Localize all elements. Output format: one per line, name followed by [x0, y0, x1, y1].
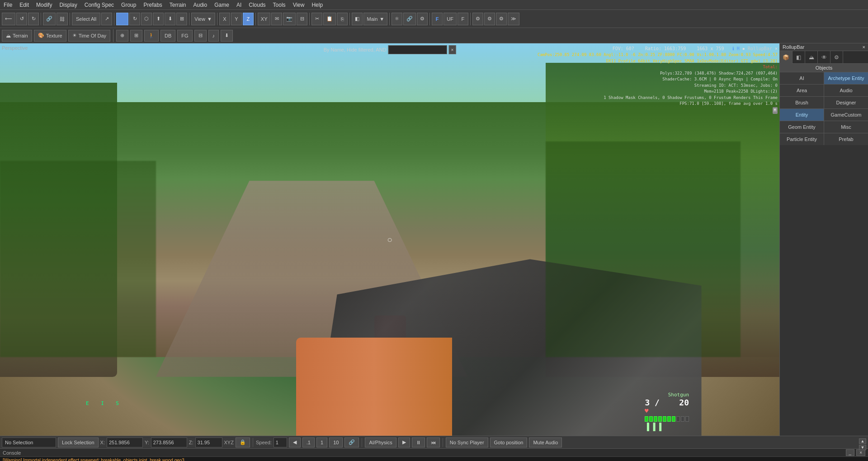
- view-dropdown[interactable]: View ▼: [191, 13, 215, 25]
- x-input[interactable]: [107, 437, 143, 447]
- menu-ai[interactable]: AI: [233, 1, 245, 9]
- upload-btn[interactable]: ⬆: [153, 13, 164, 25]
- speed-input[interactable]: [274, 437, 287, 447]
- select-tool-btn[interactable]: ⊞: [130, 30, 142, 42]
- rptab-display[interactable]: 👁: [818, 51, 830, 64]
- paste-btn[interactable]: 📋: [323, 13, 336, 25]
- ai-physics-btn[interactable]: AI/Physics: [365, 437, 396, 447]
- physics-btn[interactable]: ⚛: [392, 13, 402, 25]
- no-sync-btn[interactable]: No Sync Player: [446, 437, 488, 447]
- obj-btn-audio[interactable]: Audio: [824, 85, 868, 96]
- console-close-btn[interactable]: ×: [856, 449, 865, 456]
- obj-btn-brush[interactable]: Brush: [780, 97, 824, 108]
- mute-audio-btn[interactable]: Mute Audio: [529, 437, 562, 447]
- settings-btn[interactable]: ⚙: [472, 13, 483, 25]
- pause-btn[interactable]: ⏸: [412, 437, 425, 447]
- search-clear-btn[interactable]: ×: [448, 45, 456, 54]
- copy-btn[interactable]: ⎘: [337, 13, 348, 25]
- db-btn[interactable]: DB: [160, 30, 175, 42]
- rptab-terrain[interactable]: ⛰: [805, 51, 818, 64]
- fg-btn[interactable]: FG: [177, 30, 192, 42]
- terrain-btn[interactable]: ⛰ Terrain: [2, 30, 32, 42]
- rollupbar-btn[interactable]: RollupBar: [748, 46, 772, 51]
- menu-modify[interactable]: Modify: [33, 1, 56, 9]
- rptab-layers[interactable]: ◧: [793, 51, 805, 64]
- menu-config-spec[interactable]: Config Spec: [81, 1, 118, 9]
- obj-btn-area[interactable]: Area: [780, 85, 824, 96]
- select-all-button[interactable]: Select All: [72, 13, 100, 25]
- menu-help[interactable]: Help: [308, 1, 326, 9]
- step3-btn[interactable]: 10: [329, 437, 343, 447]
- grid2-btn[interactable]: ⊟: [194, 30, 207, 42]
- link-btn[interactable]: 🔗: [43, 13, 56, 25]
- y-input[interactable]: [151, 437, 187, 447]
- goto-btn[interactable]: Goto position: [490, 437, 528, 447]
- z-input[interactable]: [195, 437, 222, 447]
- rollupbar-close[interactable]: ×: [863, 44, 865, 50]
- new-btn[interactable]: ⟵: [2, 13, 15, 25]
- stop-btn[interactable]: ⏮: [427, 437, 440, 447]
- link2-btn[interactable]: ⛓: [57, 13, 68, 25]
- time-of-day-btn[interactable]: ☀ Time Of Day: [68, 30, 110, 42]
- font-btn[interactable]: F: [432, 13, 443, 25]
- obj-btn-prefab[interactable]: Prefab: [824, 133, 868, 145]
- console-minimize-btn[interactable]: _: [846, 449, 855, 456]
- obj-btn-geom-entity[interactable]: Geom Entity: [780, 121, 824, 133]
- search-input[interactable]: [388, 45, 447, 54]
- arrow-btn[interactable]: ↗: [101, 13, 112, 25]
- y-coord-btn[interactable]: Y: [231, 13, 242, 25]
- menu-tools[interactable]: Tools: [269, 1, 289, 9]
- menu-game[interactable]: Game: [211, 1, 233, 9]
- menu-edit[interactable]: Edit: [16, 1, 33, 9]
- menu-terrain[interactable]: Terrain: [166, 1, 190, 9]
- play-btn[interactable]: ▶: [398, 437, 410, 447]
- texture-btn[interactable]: 🎨 Texture: [34, 30, 66, 42]
- collapse-btn[interactable]: ×: [775, 46, 778, 51]
- step2-btn[interactable]: 1: [316, 437, 327, 447]
- z-coord-btn[interactable]: Z: [243, 13, 254, 25]
- lock-icon-btn[interactable]: 🔒: [236, 437, 250, 447]
- rptab-props[interactable]: ⚙: [830, 51, 843, 64]
- grid-btn[interactable]: ⊟: [297, 13, 307, 25]
- link4-btn[interactable]: 🔗: [344, 437, 359, 447]
- menu-prefabs[interactable]: Prefabs: [140, 1, 165, 9]
- snap-btn[interactable]: ⊞: [176, 13, 187, 25]
- camera-btn[interactable]: 📷: [283, 13, 296, 25]
- envelope-btn[interactable]: ✉: [271, 13, 282, 25]
- brush-btn[interactable]: ⊕: [116, 30, 128, 42]
- main-dropdown[interactable]: Main ▼: [363, 13, 387, 25]
- rotate-btn[interactable]: ↻: [129, 13, 140, 25]
- step-decrease-btn[interactable]: ◀: [289, 437, 301, 447]
- undo-btn[interactable]: ↺: [16, 13, 27, 25]
- player-btn[interactable]: 🚶: [144, 30, 159, 42]
- obj-btn-particle-entity[interactable]: Particle Entity: [780, 133, 824, 145]
- obj-btn-archetype-entity[interactable]: Archetype Entity: [824, 72, 868, 84]
- uf-btn[interactable]: UF: [443, 13, 457, 25]
- x-coord-btn[interactable]: X: [219, 13, 230, 25]
- obj-btn-misc[interactable]: Misc: [824, 121, 868, 133]
- obj-btn-ai[interactable]: AI: [780, 72, 824, 84]
- more-btn[interactable]: ≫: [508, 13, 519, 25]
- settings2-btn[interactable]: ⚙: [484, 13, 495, 25]
- console-scroll-up[interactable]: ▲: [859, 438, 866, 444]
- menu-view[interactable]: View: [289, 1, 308, 9]
- xy-btn[interactable]: XY: [258, 13, 271, 25]
- viewport[interactable]: Perspective By Name, Hide filtered, AND …: [0, 43, 779, 436]
- config-btn[interactable]: ⚙: [417, 13, 428, 25]
- move-btn[interactable]: ✛: [116, 13, 128, 25]
- rptab-objects[interactable]: 📦: [780, 51, 793, 64]
- link3-btn[interactable]: 🔗: [403, 13, 416, 25]
- redo-btn[interactable]: ↻: [28, 13, 39, 25]
- cut-btn[interactable]: ✂: [311, 13, 322, 25]
- menu-display[interactable]: Display: [56, 1, 80, 9]
- scale-btn[interactable]: ⬡: [141, 13, 152, 25]
- menu-clouds[interactable]: Clouds: [245, 1, 269, 9]
- step1-btn[interactable]: .1: [302, 437, 315, 447]
- lock-selection-btn[interactable]: Lock Selection: [58, 437, 99, 447]
- expand-btn[interactable]: ⬇: [221, 30, 233, 42]
- obj-btn-gamecustom[interactable]: GameCustom: [824, 109, 868, 121]
- download-btn[interactable]: ⬇: [165, 13, 175, 25]
- font2-btn[interactable]: F: [458, 13, 468, 25]
- menu-group[interactable]: Group: [118, 1, 140, 9]
- console-scroll-down[interactable]: ▼: [859, 445, 866, 450]
